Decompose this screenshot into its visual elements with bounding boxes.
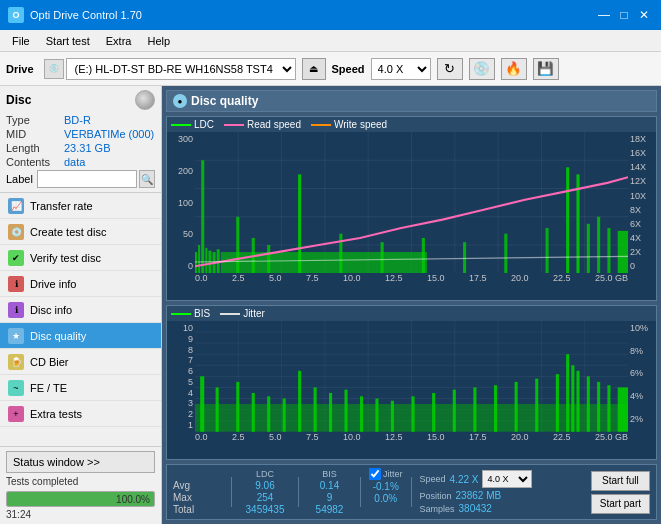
content-title: Disc quality [191,94,258,108]
label-input[interactable] [37,170,137,188]
menu-file[interactable]: File [4,33,38,49]
svg-rect-36 [618,231,628,273]
content-area: ● Disc quality LDC Read speed Write spee… [162,86,661,524]
speed-label: Speed [420,474,446,484]
sidebar-item-disc-quality[interactable]: ★ Disc quality [0,323,161,349]
nav-items: 📈 Transfer rate 💿 Create test disc ✔ Ver… [0,193,161,446]
svg-rect-27 [422,238,425,273]
svg-rect-59 [252,393,255,432]
svg-rect-79 [576,371,579,432]
legend-jitter: Jitter [220,308,265,319]
svg-rect-13 [195,252,197,273]
svg-rect-81 [597,382,600,432]
chart2-container: BIS Jitter 10 9 8 7 6 5 4 3 2 [166,305,657,460]
stats-sep2 [298,477,299,507]
svg-rect-64 [329,393,332,432]
refresh-button[interactable]: ↻ [437,58,463,80]
disc-type-value: BD-R [64,114,91,126]
jitter-checkbox[interactable] [369,468,381,480]
samples-label: Samples [420,504,455,514]
sidebar-item-create-test-disc[interactable]: 💿 Create test disc [0,219,161,245]
chart1-y-axis-left: 300 200 100 50 0 [167,132,195,273]
svg-rect-21 [236,217,239,274]
svg-rect-30 [546,228,549,273]
chart1-legend: LDC Read speed Write speed [167,117,656,132]
chart2-y-axis-left: 10 9 8 7 6 5 4 3 2 1 [167,321,195,432]
stats-labels: Avg Max Total [173,469,223,515]
minimize-button[interactable]: — [595,6,613,24]
speed-label: Speed [332,63,365,75]
legend-read-speed: Read speed [224,119,301,130]
sidebar-item-transfer-rate[interactable]: 📈 Transfer rate [0,193,161,219]
svg-rect-25 [339,234,342,274]
title-bar-controls: — □ ✕ [595,6,653,24]
maximize-button[interactable]: □ [615,6,633,24]
menu-help[interactable]: Help [139,33,178,49]
content-header: ● Disc quality [166,90,657,112]
status-text: Tests completed [6,476,78,487]
disc-mid-label: MID [6,128,64,140]
svg-rect-73 [494,385,497,432]
sidebar-item-verify-test-disc[interactable]: ✔ Verify test disc [0,245,161,271]
legend-jitter-color [220,313,240,315]
nav-label-drive-info: Drive info [30,278,76,290]
stats-sep1 [231,477,232,507]
bis-max: 9 [307,492,352,503]
eject-button[interactable]: ⏏ [302,58,326,80]
svg-rect-63 [314,388,317,432]
disc-length-row: Length 23.31 GB [6,142,155,154]
disc-length-label: Length [6,142,64,154]
svg-rect-62 [298,371,301,432]
speed-select[interactable]: 4.0 X [482,470,532,488]
content-header-icon: ● [173,94,187,108]
svg-rect-61 [283,399,286,432]
label-icon-btn[interactable]: 🔍 [139,170,155,188]
toolbar: Drive 💿 (E:) HL-DT-ST BD-RE WH16NS58 TST… [0,52,661,86]
samples-row: Samples 380432 [420,503,533,514]
menu-extra[interactable]: Extra [98,33,140,49]
stats-speed-pos: Speed 4.22 X 4.0 X Position 23862 MB Sam… [420,470,533,514]
close-button[interactable]: ✕ [635,6,653,24]
nav-label-cd-bier: CD Bier [30,356,69,368]
chart1-y-axis-right: 18X 16X 14X 12X 10X 8X 6X 4X 2X 0 [628,132,656,273]
sidebar-item-disc-info[interactable]: ℹ Disc info [0,297,161,323]
svg-rect-67 [375,399,378,432]
sidebar-item-extra-tests[interactable]: + Extra tests [0,401,161,427]
svg-rect-33 [587,224,590,273]
disc-panel: Disc Type BD-R MID VERBATIMe (000) Lengt… [0,86,161,193]
jitter-max: 0.0% [369,493,403,504]
speed-value: 4.22 X [450,474,479,485]
status-window-btn[interactable]: Status window >> [6,451,155,473]
svg-rect-70 [432,393,435,432]
title-bar-left: O Opti Drive Control 1.70 [8,7,142,23]
legend-ldc-label: LDC [194,119,214,130]
svg-rect-56 [200,377,204,432]
status-percent: 100.0% [116,492,150,507]
disc-button[interactable]: 💿 [469,58,495,80]
start-part-button[interactable]: Start part [591,494,650,514]
drive-select[interactable]: (E:) HL-DT-ST BD-RE WH16NS58 TST4 [66,58,296,80]
chart2-svg [195,321,628,432]
status-bar: 100.0% [6,491,155,507]
legend-bis-label: BIS [194,308,210,319]
cd-bier-icon: 🍺 [8,354,24,370]
disc-type-row: Type BD-R [6,114,155,126]
nav-label-extra-tests: Extra tests [30,408,82,420]
svg-rect-83 [618,388,628,432]
drive-label: Drive [6,63,34,75]
disc-info-icon: ℹ [8,302,24,318]
disc-mid-row: MID VERBATIMe (000) [6,128,155,140]
sidebar-item-fe-te[interactable]: ~ FE / TE [0,375,161,401]
sidebar-item-cd-bier[interactable]: 🍺 CD Bier [0,349,161,375]
menu-start-test[interactable]: Start test [38,33,98,49]
speed-row: Speed 4.22 X 4.0 X [420,470,533,488]
burn-button[interactable]: 🔥 [501,58,527,80]
sidebar-item-drive-info[interactable]: ℹ Drive info [0,271,161,297]
start-full-button[interactable]: Start full [591,471,650,491]
save-button[interactable]: 💾 [533,58,559,80]
speed-select[interactable]: 4.0 X [371,58,431,80]
svg-rect-66 [360,397,363,432]
svg-rect-16 [205,248,207,273]
create-test-disc-icon: 💿 [8,224,24,240]
label-field-label: Label [6,173,33,185]
